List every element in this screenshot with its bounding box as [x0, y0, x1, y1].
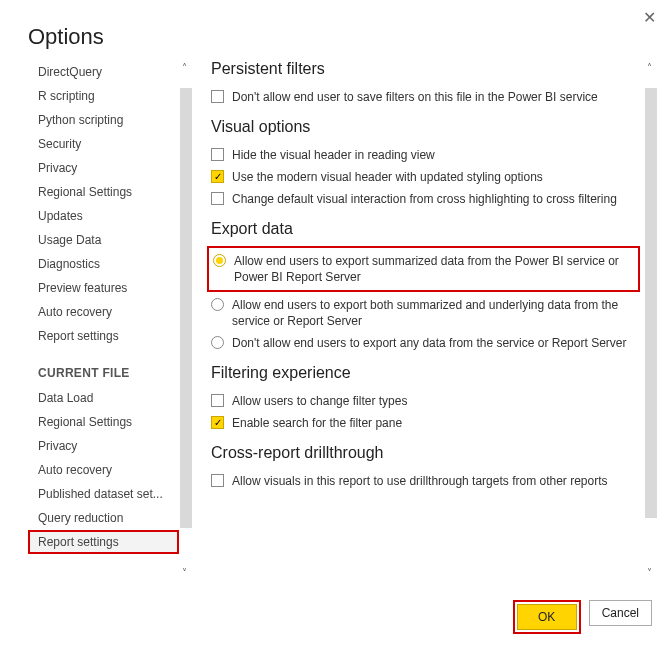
- sidebar-item-preview-features[interactable]: Preview features: [28, 276, 179, 300]
- opt-label: Use the modern visual header with update…: [232, 169, 543, 185]
- opt-label: Change default visual interaction from c…: [232, 191, 617, 207]
- chevron-up-icon[interactable]: ˄: [647, 62, 652, 73]
- sidebar-list: DirectQuery R scripting Python scripting…: [28, 60, 179, 580]
- chevron-down-icon[interactable]: ˅: [647, 567, 652, 578]
- sidebar-item-report-settings-global[interactable]: Report settings: [28, 324, 179, 348]
- content-scroll-thumb[interactable]: [645, 88, 657, 518]
- sidebar-scrollbar[interactable]: ˄ ˅: [179, 60, 193, 580]
- opt-visual-3[interactable]: Change default visual interaction from c…: [211, 188, 636, 210]
- checkbox-icon[interactable]: [211, 90, 224, 103]
- opt-filtering-2[interactable]: Enable search for the filter pane: [211, 412, 636, 434]
- sidebar-item-regional[interactable]: Regional Settings: [28, 180, 179, 204]
- checkbox-icon[interactable]: [211, 474, 224, 487]
- sidebar-item-published-dataset[interactable]: Published dataset set...: [28, 482, 179, 506]
- sidebar-item-r-scripting[interactable]: R scripting: [28, 84, 179, 108]
- sidebar-item-privacy[interactable]: Privacy: [28, 156, 179, 180]
- sidebar-item-data-load[interactable]: Data Load: [28, 386, 179, 410]
- content-scrollbar[interactable]: ˄ ˅: [644, 60, 658, 580]
- sidebar-item-privacy-cf[interactable]: Privacy: [28, 434, 179, 458]
- opt-crossreport-1[interactable]: Allow visuals in this report to use dril…: [211, 470, 636, 492]
- sidebar-item-regional-cf[interactable]: Regional Settings: [28, 410, 179, 434]
- opt-label: Allow end users to export both summarize…: [232, 297, 636, 329]
- section-cross-report: Cross-report drillthrough: [211, 444, 636, 462]
- sidebar-item-auto-recovery-cf[interactable]: Auto recovery: [28, 458, 179, 482]
- opt-label: Allow visuals in this report to use dril…: [232, 473, 608, 489]
- sidebar-item-python-scripting[interactable]: Python scripting: [28, 108, 179, 132]
- checkbox-icon[interactable]: [211, 192, 224, 205]
- radio-icon[interactable]: [211, 298, 224, 311]
- sidebar-header-current-file: CURRENT FILE: [28, 348, 179, 386]
- sidebar-item-auto-recovery[interactable]: Auto recovery: [28, 300, 179, 324]
- cancel-button[interactable]: Cancel: [589, 600, 652, 626]
- sidebar-item-directquery[interactable]: DirectQuery: [28, 60, 179, 84]
- opt-label: Allow users to change filter types: [232, 393, 407, 409]
- section-visual-options: Visual options: [211, 118, 636, 136]
- dialog-footer: OK Cancel: [513, 600, 652, 634]
- opt-label: Don't allow end users to export any data…: [232, 335, 626, 351]
- opt-export-2[interactable]: Allow end users to export both summarize…: [211, 294, 636, 332]
- sidebar-item-query-reduction[interactable]: Query reduction: [28, 506, 179, 530]
- checkbox-icon[interactable]: [211, 416, 224, 429]
- checkbox-icon[interactable]: [211, 170, 224, 183]
- sidebar: DirectQuery R scripting Python scripting…: [28, 60, 193, 580]
- opt-export-1[interactable]: Allow end users to export summarized dat…: [213, 250, 634, 288]
- chevron-down-icon[interactable]: ˅: [182, 567, 187, 578]
- checkbox-icon[interactable]: [211, 148, 224, 161]
- highlight-export-option: Allow end users to export summarized dat…: [207, 246, 640, 292]
- section-export-data: Export data: [211, 220, 636, 238]
- opt-filtering-1[interactable]: Allow users to change filter types: [211, 390, 636, 412]
- section-filtering-experience: Filtering experience: [211, 364, 636, 382]
- radio-icon[interactable]: [213, 254, 226, 267]
- sidebar-item-diagnostics[interactable]: Diagnostics: [28, 252, 179, 276]
- close-icon[interactable]: ✕: [643, 8, 656, 27]
- opt-label: Hide the visual header in reading view: [232, 147, 435, 163]
- opt-persistent-1[interactable]: Don't allow end user to save filters on …: [211, 86, 636, 108]
- checkbox-icon[interactable]: [211, 394, 224, 407]
- sidebar-item-report-settings[interactable]: Report settings: [28, 530, 179, 554]
- sidebar-item-security[interactable]: Security: [28, 132, 179, 156]
- page-title: Options: [0, 0, 670, 60]
- opt-visual-2[interactable]: Use the modern visual header with update…: [211, 166, 636, 188]
- content-pane: Persistent filters Don't allow end user …: [199, 60, 658, 580]
- opt-visual-1[interactable]: Hide the visual header in reading view: [211, 144, 636, 166]
- sidebar-item-updates[interactable]: Updates: [28, 204, 179, 228]
- opt-label: Enable search for the filter pane: [232, 415, 402, 431]
- sidebar-scroll-thumb[interactable]: [180, 88, 192, 528]
- opt-label: Allow end users to export summarized dat…: [234, 253, 634, 285]
- opt-label: Don't allow end user to save filters on …: [232, 89, 598, 105]
- highlight-ok-button: OK: [513, 600, 581, 634]
- ok-button[interactable]: OK: [517, 604, 577, 630]
- section-persistent-filters: Persistent filters: [211, 60, 636, 78]
- chevron-up-icon[interactable]: ˄: [182, 62, 187, 73]
- radio-icon[interactable]: [211, 336, 224, 349]
- opt-export-3[interactable]: Don't allow end users to export any data…: [211, 332, 636, 354]
- sidebar-item-usage-data[interactable]: Usage Data: [28, 228, 179, 252]
